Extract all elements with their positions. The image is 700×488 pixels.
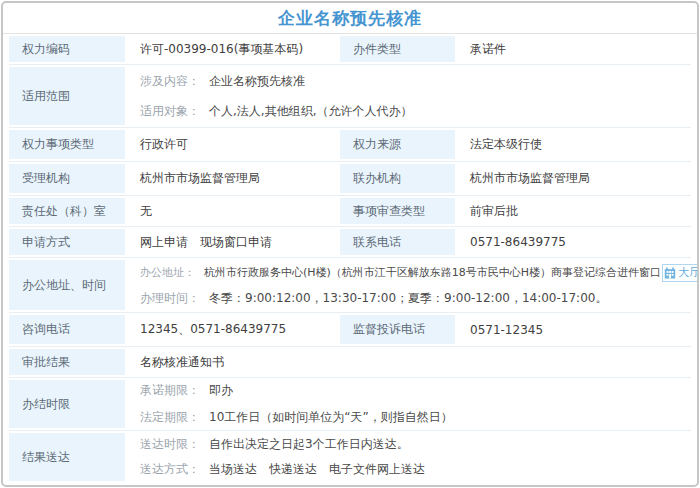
- field-value: 杭州市市场监督管理局: [127, 162, 340, 195]
- field-subvalue: 10工作日（如时间单位为“天”，则指自然日）: [209, 409, 453, 426]
- sub-field: 送达时限： 自作出决定之日起3个工作日内送达。: [140, 436, 409, 453]
- field-label: 联办机构: [340, 162, 457, 195]
- field-label: 责任处（科）室: [9, 196, 127, 226]
- field-subvalue: 即办: [209, 382, 233, 399]
- sub-field: 涉及内容： 企业名称预先核准: [140, 73, 305, 90]
- hall-badge[interactable]: 大厅: [662, 264, 699, 282]
- table-row: 结果送达 送达时限： 自作出决定之日起3个工作日内送达。 送达方式： 当场送达 …: [9, 431, 691, 483]
- sub-field: 承诺期限： 即办: [140, 382, 233, 399]
- field-subvalue: 冬季：9:00:12:00，13:30-17:00；夏季：9:00-12:00，…: [209, 290, 607, 307]
- field-label: 结果送达: [9, 431, 127, 483]
- field-value: 0571-86439775: [457, 227, 691, 257]
- table-row: 受理机构 杭州市市场监督管理局 联办机构 杭州市市场监督管理局: [9, 162, 691, 196]
- field-label: 办件类型: [340, 34, 457, 64]
- page-title: 企业名称预先核准: [278, 7, 422, 30]
- sub-field: 法定期限： 10工作日（如时间单位为“天”，则指自然日）: [140, 409, 453, 426]
- field-label: 联系电话: [340, 227, 457, 257]
- field-value-group: 承诺期限： 即办 法定期限： 10工作日（如时间单位为“天”，则指自然日）: [127, 378, 691, 430]
- table-row: 办结时限 承诺期限： 即办 法定期限： 10工作日（如时间单位为“天”，则指自然…: [9, 378, 691, 431]
- field-value-group: 送达时限： 自作出决定之日起3个工作日内送达。 送达方式： 当场送达 快递送达 …: [127, 431, 691, 483]
- field-sublabel: 法定期限：: [140, 409, 200, 426]
- field-sublabel: 适用对象：: [140, 103, 200, 120]
- hall-building-icon: [664, 267, 676, 279]
- field-sublabel: 涉及内容：: [140, 73, 200, 90]
- field-label: 事项审查类型: [340, 196, 457, 226]
- field-sublabel: 承诺期限：: [140, 382, 200, 399]
- table-row: 适用范围 涉及内容： 企业名称预先核准 适用对象： 个人,法人,其他组织,（允许…: [9, 65, 691, 128]
- office-address: 办公地址： 杭州市行政服务中心(H楼)（杭州市江干区解放东路18号市民中心H楼）…: [140, 264, 699, 282]
- sub-field: 适用对象： 个人,法人,其他组织,（允许个人代办）: [140, 103, 412, 120]
- field-value: 名称核准通知书: [127, 347, 691, 377]
- table-row: 权力事项类型 行政许可 权力来源 法定本级行使: [9, 128, 691, 162]
- hall-badge-label: 大厅: [678, 265, 699, 281]
- field-label: 适用范围: [9, 65, 127, 127]
- service-detail-card: 企业名称预先核准 权力编码 许可-00399-016(事项基本码) 办件类型 承…: [1, 1, 699, 487]
- field-subvalue: 自作出决定之日起3个工作日内送达。: [209, 436, 409, 453]
- field-subvalue: 当场送达 快递送达 电子文件网上送达: [209, 461, 425, 478]
- table-row: 咨询电话 12345、0571-86439775 监督投诉电话 0571-123…: [9, 313, 691, 347]
- field-value: 12345、0571-86439775: [127, 313, 340, 346]
- field-label: 咨询电话: [9, 313, 127, 346]
- field-subvalue: 杭州市行政服务中心(H楼)（杭州市江干区解放东路18号市民中心H楼）商事登记综合…: [204, 265, 661, 280]
- table-row: 审批结果 名称核准通知书: [9, 347, 691, 378]
- table-row: 权力编码 许可-00399-016(事项基本码) 办件类型 承诺件: [9, 34, 691, 65]
- field-label: 申请方式: [9, 227, 127, 257]
- field-label: 办结时限: [9, 378, 127, 430]
- field-label: 监督投诉电话: [340, 313, 457, 346]
- table-row: 申请方式 网上申请 现场窗口申请 联系电话 0571-86439775: [9, 227, 691, 258]
- field-value: 承诺件: [457, 34, 691, 64]
- field-value: 前审后批: [457, 196, 691, 226]
- field-subvalue: 企业名称预先核准: [209, 73, 305, 90]
- field-label: 办公地址、时间: [9, 258, 127, 312]
- field-value: 网上申请 现场窗口申请: [127, 227, 340, 257]
- field-label: 权力事项类型: [9, 128, 127, 161]
- field-label: 权力编码: [9, 34, 127, 64]
- office-lines: 办公地址： 杭州市行政服务中心(H楼)（杭州市江干区解放东路18号市民中心H楼）…: [140, 258, 699, 312]
- sub-field: 送达方式： 当场送达 快递送达 电子文件网上送达: [140, 461, 425, 478]
- field-label: 受理机构: [9, 162, 127, 195]
- office-hours: 办理时间： 冬季：9:00:12:00，13:30-17:00；夏季：9:00-…: [140, 290, 699, 307]
- field-value: 0571-12345: [457, 313, 691, 346]
- table-row: 责任处（科）室 无 事项审查类型 前审后批: [9, 196, 691, 227]
- field-sublabel: 送达方式：: [140, 461, 200, 478]
- field-value: 无: [127, 196, 340, 226]
- field-sublabel: 办公地址：: [140, 265, 195, 280]
- field-value: 行政许可: [127, 128, 340, 161]
- field-value: 许可-00399-016(事项基本码): [127, 34, 340, 64]
- field-value: 法定本级行使: [457, 128, 691, 161]
- field-sublabel: 送达时限：: [140, 436, 200, 453]
- field-sublabel: 办理时间：: [140, 290, 200, 307]
- field-value-group: 涉及内容： 企业名称预先核准 适用对象： 个人,法人,其他组织,（允许个人代办）: [127, 65, 691, 127]
- field-subvalue: 个人,法人,其他组织,（允许个人代办）: [209, 103, 412, 120]
- field-label: 权力来源: [340, 128, 457, 161]
- title-bar: 企业名称预先核准: [3, 3, 697, 34]
- detail-table: 权力编码 许可-00399-016(事项基本码) 办件类型 承诺件 适用范围 涉…: [3, 34, 697, 483]
- field-value: 杭州市市场监督管理局: [457, 162, 691, 195]
- office-info: 办公地址： 杭州市行政服务中心(H楼)（杭州市江干区解放东路18号市民中心H楼）…: [127, 258, 699, 312]
- table-row: 办公地址、时间 办公地址： 杭州市行政服务中心(H楼)（杭州市江干区解放东路18…: [9, 258, 691, 313]
- field-label: 审批结果: [9, 347, 127, 377]
